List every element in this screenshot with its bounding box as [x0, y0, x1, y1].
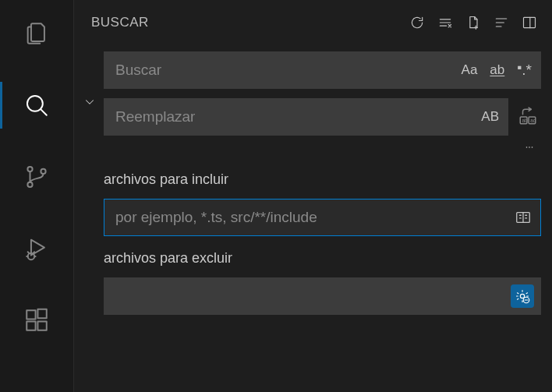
search-row: Aa ab ▪.* [104, 51, 541, 89]
svg-text:ac: ac [530, 118, 536, 123]
list-icon [494, 15, 509, 30]
activity-bar [0, 0, 74, 392]
replace-all-button[interactable]: abac [515, 98, 541, 136]
exclude-label: archivos para excluir [104, 250, 541, 267]
svg-rect-9 [524, 17, 536, 27]
exclude-input[interactable] [115, 288, 511, 305]
search-input-wrap: Aa ab ▪.* [104, 51, 541, 89]
clear-results-button[interactable] [437, 14, 454, 31]
branch-icon [23, 164, 50, 190]
include-input[interactable] [115, 209, 512, 226]
svg-point-14 [526, 147, 528, 148]
svg-rect-7 [37, 321, 46, 330]
panel-title: BUSCAR [91, 15, 409, 30]
include-input-wrap [104, 199, 541, 236]
search-options: Aa ab ▪.* [459, 61, 534, 79]
include-row [104, 199, 541, 236]
activity-search[interactable] [0, 86, 74, 125]
replace-input[interactable] [115, 108, 479, 125]
toggle-replace[interactable] [79, 51, 101, 315]
activity-run-debug[interactable] [0, 229, 74, 268]
svg-rect-8 [37, 309, 46, 318]
activity-source-control[interactable] [0, 157, 74, 196]
svg-rect-5 [27, 310, 35, 319]
svg-text:ab: ab [522, 118, 528, 123]
search-icon [23, 92, 50, 118]
activity-extensions[interactable] [0, 301, 74, 340]
fields-column: Aa ab ▪.* AB abac [104, 51, 541, 315]
view-mode-button[interactable] [521, 14, 538, 31]
regex-toggle[interactable]: ▪.* [515, 61, 534, 79]
use-open-editors-toggle[interactable] [512, 207, 534, 228]
split-icon [522, 15, 537, 30]
match-case-toggle[interactable]: Aa [459, 62, 480, 79]
new-file-icon [465, 15, 481, 30]
more-options[interactable] [104, 145, 541, 157]
new-file-button[interactable] [465, 14, 482, 31]
search-input[interactable] [115, 62, 459, 79]
extensions-icon [23, 307, 50, 334]
svg-rect-6 [27, 321, 35, 330]
header-actions [409, 14, 538, 31]
ellipsis-icon [521, 145, 538, 154]
activity-explorer[interactable] [0, 14, 74, 53]
gear-minus-icon [515, 288, 530, 304]
svg-point-15 [529, 147, 530, 148]
clear-icon [437, 15, 453, 30]
search-body: Aa ab ▪.* AB abac [74, 45, 552, 315]
replace-input-wrap: AB [104, 98, 508, 136]
panel-header: BUSCAR [74, 0, 552, 45]
files-icon [23, 20, 50, 47]
replace-row: AB abac [104, 98, 541, 136]
replace-options: AB [479, 108, 501, 125]
svg-point-0 [27, 96, 43, 111]
match-word-toggle[interactable]: ab [487, 62, 507, 79]
refresh-icon [409, 15, 425, 30]
svg-point-16 [532, 147, 533, 148]
exclude-row [104, 277, 541, 315]
play-bug-icon [23, 235, 50, 262]
preserve-case-toggle[interactable]: AB [479, 108, 501, 125]
refresh-button[interactable] [409, 14, 426, 31]
replace-all-icon: abac [518, 107, 538, 127]
include-label: archivos para incluir [104, 171, 541, 188]
exclude-input-wrap [104, 277, 541, 315]
use-exclude-settings-toggle[interactable] [511, 284, 534, 308]
collapse-button[interactable] [493, 14, 510, 31]
svg-point-18 [520, 294, 524, 298]
chevron-down-icon [83, 95, 97, 109]
book-icon [515, 209, 532, 226]
search-panel: BUSCAR [74, 0, 552, 392]
